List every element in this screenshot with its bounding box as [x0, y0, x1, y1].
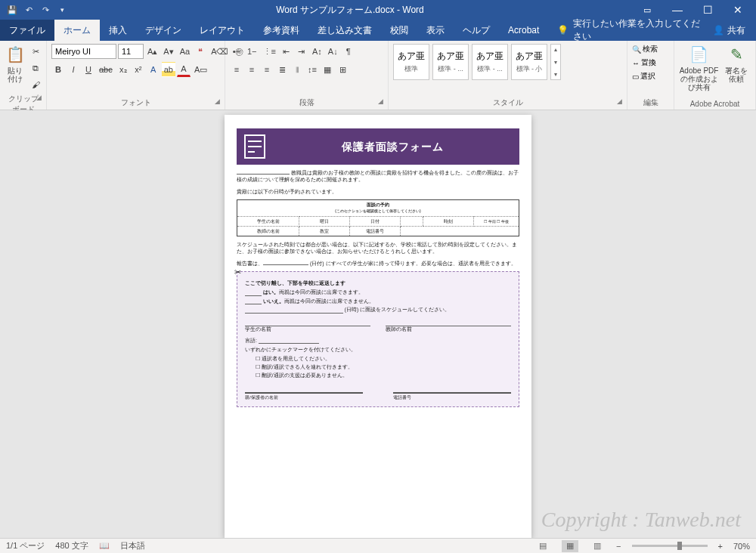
save-icon[interactable]: 💾 [6, 4, 18, 16]
adobe-create-label: Adobe PDF の作成および共有 [679, 66, 719, 91]
adobe-sign-label: 署名を依頼 [722, 66, 751, 83]
adobe-create-pdf-button[interactable]: 📄 Adobe PDF の作成および共有 [679, 44, 719, 91]
italic-button[interactable]: I [67, 62, 80, 77]
shrink-font-icon[interactable]: A▾ [161, 44, 175, 59]
text-direction-icon[interactable]: A↕ [310, 44, 324, 59]
zoom-level[interactable]: 70% [733, 542, 750, 551]
subscript-button[interactable]: x₂ [116, 62, 130, 77]
tab-mailings[interactable]: 差し込み文書 [308, 20, 381, 41]
grow-font-icon[interactable]: A▴ [145, 44, 160, 59]
justify-icon[interactable]: ≣ [275, 62, 289, 77]
sort-icon[interactable]: A↓ [326, 44, 340, 59]
format-painter-icon[interactable]: 🖌 [29, 77, 42, 92]
spellcheck-icon[interactable]: 📖 [99, 541, 110, 551]
document-page[interactable]: 保護者面談フォーム 教職員は貴殿のお子様の教師との面談に貴殿を招待する機会を得ま… [225, 115, 531, 538]
dialog-launcher-icon[interactable]: ◢ [617, 97, 622, 105]
status-language[interactable]: 日本語 [120, 540, 145, 551]
tab-insert[interactable]: 挿入 [100, 20, 136, 41]
select-button[interactable]: ▭選択 [632, 71, 655, 82]
style-normal[interactable]: あア亜標準 [393, 44, 429, 80]
reschedule-paragraph: スケジュールされた時刻では都合が悪い場合は、以下に記述するか、学校に電話して別の… [237, 241, 519, 255]
style-name: 標準 - ... [477, 64, 503, 74]
style-variant-1[interactable]: あア亜標準 - ... [432, 44, 469, 80]
tab-home[interactable]: ホーム [54, 20, 100, 41]
undo-icon[interactable]: ↶ [23, 4, 35, 16]
styles-more-button[interactable]: ▴▾▾ [550, 44, 561, 80]
view-read-icon[interactable]: ▤ [534, 540, 551, 552]
style-variant-2[interactable]: あア亜標準 - ... [472, 44, 508, 80]
cut-icon[interactable]: ✂ [29, 44, 42, 59]
status-page[interactable]: 1/1 ページ [6, 540, 45, 551]
phonetic-guide-icon[interactable]: ❝ [194, 44, 207, 59]
dialog-launcher-icon[interactable]: ◢ [378, 97, 383, 105]
tear-chk-1: 通訳者を用意してください。 [256, 356, 511, 363]
tab-view[interactable]: 表示 [417, 20, 454, 41]
group-editing-label: 編集 [632, 96, 669, 108]
borders-icon[interactable]: ⊞ [336, 62, 349, 77]
dialog-launcher-icon[interactable]: ◢ [215, 97, 220, 105]
text-effects-icon[interactable]: A [147, 62, 160, 77]
distribute-icon[interactable]: ⫴ [290, 62, 304, 77]
status-words[interactable]: 480 文字 [55, 540, 88, 551]
font-size-select[interactable]: 11 [118, 44, 144, 59]
zoom-slider[interactable] [632, 545, 708, 547]
strike-button[interactable]: abc [97, 62, 115, 77]
superscript-button[interactable]: x² [132, 62, 145, 77]
share-button[interactable]: 👤 共有 [702, 20, 756, 41]
adobe-sign-button[interactable]: ✎ 署名を依頼 [722, 44, 751, 83]
font-color-icon[interactable]: A [177, 62, 191, 77]
line-spacing-icon[interactable]: ↕≡ [305, 62, 319, 77]
tab-layout[interactable]: レイアウト [191, 20, 254, 41]
style-name: 標準 [404, 64, 418, 74]
underline-button[interactable]: U [82, 62, 95, 77]
shading-icon[interactable]: ▦ [321, 62, 334, 77]
char-shading-icon[interactable]: A▭ [192, 62, 209, 77]
find-button[interactable]: 🔍検索 [632, 44, 658, 54]
quick-access-toolbar: 💾 ↶ ↷ ▾ [3, 4, 68, 16]
align-right-icon[interactable]: ≡ [260, 62, 274, 77]
sign-icon: ✎ [726, 44, 747, 65]
tab-references[interactable]: 参考資料 [254, 20, 308, 41]
change-case-icon[interactable]: Aa [178, 44, 192, 59]
align-center-icon[interactable]: ≡ [245, 62, 259, 77]
close-button[interactable]: ✕ [723, 0, 753, 20]
increase-indent-icon[interactable]: ⇥ [295, 44, 308, 59]
tell-me[interactable]: 💡 実行したい作業を入力してください [548, 20, 702, 41]
group-paragraph-label: 段落 [299, 98, 314, 107]
col-am: 午前 [488, 219, 496, 224]
paste-button[interactable]: 📋 貼り付け [5, 44, 26, 83]
bullets-icon[interactable]: •− [230, 44, 243, 59]
tab-file[interactable]: ファイル [0, 20, 54, 41]
replace-button[interactable]: ↔置換 [632, 57, 656, 68]
numbering-icon[interactable]: 1− [245, 44, 259, 59]
copy-icon[interactable]: ⧉ [29, 60, 42, 76]
group-adobe: 📄 Adobe PDF の作成および共有 ✎ 署名を依頼 Adobe Acrob… [674, 41, 756, 110]
col-pm: 午後 [501, 219, 509, 224]
redo-icon[interactable]: ↷ [39, 4, 51, 16]
show-marks-icon[interactable]: ¶ [342, 44, 355, 59]
highlight-icon[interactable]: ab [162, 62, 175, 77]
font-name-select[interactable]: Meiryo UI [51, 44, 116, 59]
paste-label: 貼り付け [5, 66, 26, 83]
zoom-out-button[interactable]: − [616, 542, 621, 551]
dialog-launcher-icon[interactable]: ◢ [36, 94, 42, 101]
decrease-indent-icon[interactable]: ⇤ [280, 44, 293, 59]
style-name: 標準 - ... [438, 64, 463, 74]
tab-design[interactable]: デザイン [136, 20, 191, 41]
view-print-icon[interactable]: ▦ [562, 540, 578, 552]
tab-acrobat[interactable]: Acrobat [499, 20, 548, 41]
select-label: 選択 [640, 71, 655, 82]
multilevel-icon[interactable]: ⋮≡ [261, 44, 278, 59]
tab-review[interactable]: 校閲 [381, 20, 417, 41]
tear-guardian-label: 親/保護者の名前 [245, 393, 363, 400]
view-web-icon[interactable]: ▥ [589, 540, 606, 552]
document-area[interactable]: 保護者面談フォーム 教職員は貴殿のお子様の教師との面談に貴殿を招待する機会を得ま… [0, 110, 756, 538]
zoom-in-button[interactable]: + [718, 542, 723, 551]
intro-paragraph: 教職員は貴殿のお子様の教師との面談に貴殿を招待する機会を得ました。この度の面談は… [237, 169, 519, 184]
tab-help[interactable]: ヘルプ [454, 20, 499, 41]
align-left-icon[interactable]: ≡ [230, 62, 243, 77]
style-variant-3[interactable]: あア亜標準 - 小 [511, 44, 547, 80]
bold-button[interactable]: B [51, 62, 65, 77]
qat-more-icon[interactable]: ▾ [56, 4, 68, 16]
table-row: 学生の名前 曜日 日付 時刻 ☐ 午前 ☐ 午後 [237, 216, 519, 226]
